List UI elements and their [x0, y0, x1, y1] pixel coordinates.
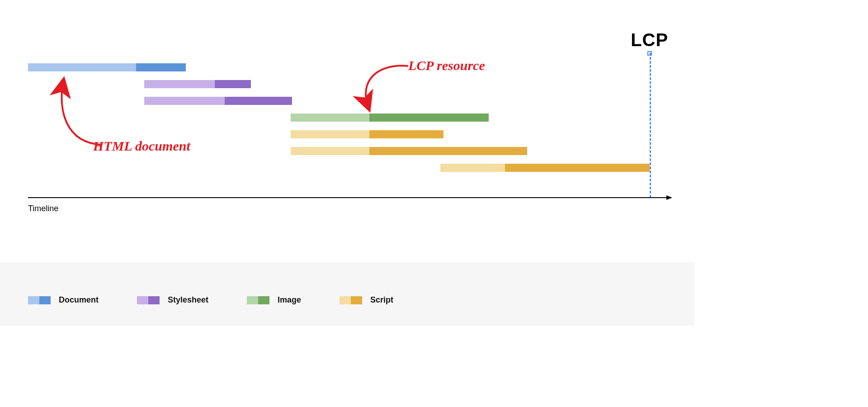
legend-swatch [28, 296, 51, 304]
annotation-arrow-lcp-resource [350, 62, 414, 117]
timeline-axis [28, 195, 672, 200]
waterfall-bar [28, 63, 186, 71]
legend-swatch [340, 296, 362, 304]
bar-segment-wait [144, 80, 215, 88]
bar-segment-download [225, 97, 292, 105]
svg-marker-1 [666, 195, 672, 200]
legend-band: DocumentStylesheetImageScript [0, 262, 694, 326]
legend-label: Document [59, 295, 99, 305]
waterfall-bar [144, 97, 292, 105]
legend-item: Script [340, 295, 393, 305]
legend-label: Stylesheet [168, 295, 208, 305]
bar-segment-download [136, 63, 186, 71]
diagram-canvas: LCP Timeline HTML document LCP resource … [0, 0, 694, 326]
timeline-axis-label: Timeline [28, 204, 58, 213]
legend-item: Document [28, 295, 99, 305]
legend-swatch [137, 296, 160, 304]
legend-label: Image [278, 295, 301, 305]
legend-item: Image [247, 295, 301, 305]
bar-segment-wait [291, 130, 369, 138]
annotation-lcp-resource: LCP resource [408, 58, 485, 73]
bar-segment-wait [28, 63, 136, 71]
waterfall-bar [144, 80, 251, 88]
legend-item: Stylesheet [137, 295, 208, 305]
bar-segment-download [369, 130, 443, 138]
bar-segment-download [505, 164, 650, 172]
lcp-milestone-label: LCP [631, 30, 668, 50]
annotation-arrow-html-document [50, 76, 122, 148]
bar-segment-wait [440, 164, 505, 172]
waterfall-bar [291, 147, 527, 155]
bar-segment-download [215, 80, 251, 88]
waterfall-bar [291, 130, 443, 138]
legend: DocumentStylesheetImageScript [28, 295, 393, 305]
legend-label: Script [370, 295, 393, 305]
bar-segment-wait [291, 147, 369, 155]
bar-segment-download [369, 147, 527, 155]
bar-segment-wait [144, 97, 225, 105]
legend-swatch [247, 296, 269, 304]
waterfall-bar [440, 164, 650, 172]
